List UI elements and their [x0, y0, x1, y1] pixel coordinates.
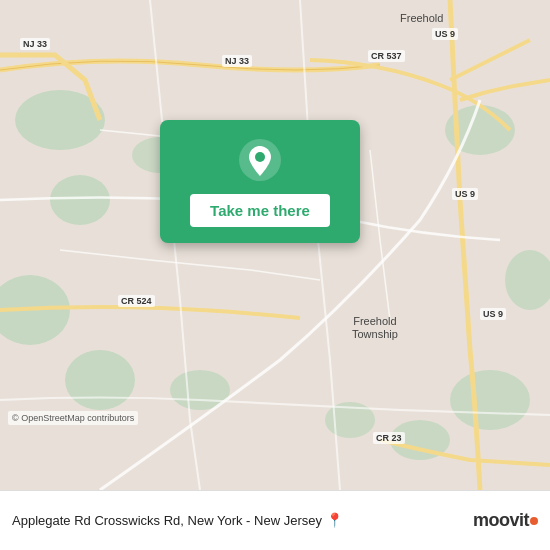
location-pin-small: 📍 — [326, 512, 343, 528]
road-label-us9-mid: US 9 — [452, 188, 478, 200]
moovit-text: moovit — [473, 510, 529, 531]
svg-point-8 — [450, 370, 530, 430]
svg-point-13 — [255, 152, 265, 162]
moovit-logo: moovit — [473, 510, 538, 531]
road-label-nj33-mid: NJ 33 — [222, 55, 252, 67]
place-label-freehold-township: FreeholdTownship — [352, 315, 398, 341]
bottom-bar: Applegate Rd Crosswicks Rd, New York - N… — [0, 490, 550, 550]
moovit-dot — [530, 517, 538, 525]
road-label-us9-bottom: US 9 — [480, 308, 506, 320]
svg-point-4 — [65, 350, 135, 410]
take-me-there-button[interactable]: Take me there — [190, 194, 330, 227]
road-label-cr524: CR 524 — [118, 295, 155, 307]
location-pin-icon — [238, 138, 282, 182]
osm-credit: © OpenStreetMap contributors — [8, 411, 138, 425]
road-label-cr537: CR 537 — [368, 50, 405, 62]
map-container: NJ 33 NJ 33 CR 537 US 9 US 9 US 9 CR 524… — [0, 0, 550, 490]
place-label-freehold: Freehold — [400, 12, 443, 25]
road-label-us9-top: US 9 — [432, 28, 458, 40]
road-label-cr23: CR 23 — [373, 432, 405, 444]
location-text: Applegate Rd Crosswicks Rd, New York - N… — [12, 511, 463, 530]
location-card: Take me there — [160, 120, 360, 243]
svg-point-2 — [50, 175, 110, 225]
road-label-nj33-top: NJ 33 — [20, 38, 50, 50]
